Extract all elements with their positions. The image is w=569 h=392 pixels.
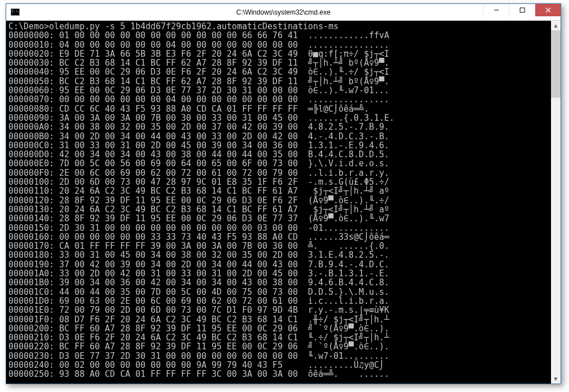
close-icon <box>545 7 551 13</box>
close-button[interactable] <box>535 4 561 16</box>
minimize-icon <box>494 7 499 13</box>
cmd-window: C:\Windows\system32\cmd.exe C:\Demo>oled… <box>6 3 561 384</box>
scroll-track[interactable] <box>551 30 561 374</box>
maximize-icon <box>520 7 525 13</box>
scroll-up-button[interactable]: ▲ <box>551 21 561 30</box>
scroll-thumb[interactable] <box>551 30 561 98</box>
cmd-icon <box>11 8 20 16</box>
vertical-scrollbar[interactable]: ▲ ▼ <box>551 21 561 384</box>
maximize-button[interactable] <box>509 4 535 16</box>
console-output[interactable]: C:\Demo>oledump.py -s 5 1b4dd67f29cb1962… <box>6 21 551 384</box>
window-controls <box>483 4 561 20</box>
titlebar[interactable]: C:\Windows\system32\cmd.exe <box>6 4 561 21</box>
window-title: C:\Windows\system32\cmd.exe <box>6 8 561 16</box>
scroll-down-button[interactable]: ▼ <box>551 374 561 384</box>
client-area: C:\Demo>oledump.py -s 5 1b4dd67f29cb1962… <box>6 21 561 384</box>
minimize-button[interactable] <box>483 4 509 16</box>
svg-rect-1 <box>520 8 525 12</box>
